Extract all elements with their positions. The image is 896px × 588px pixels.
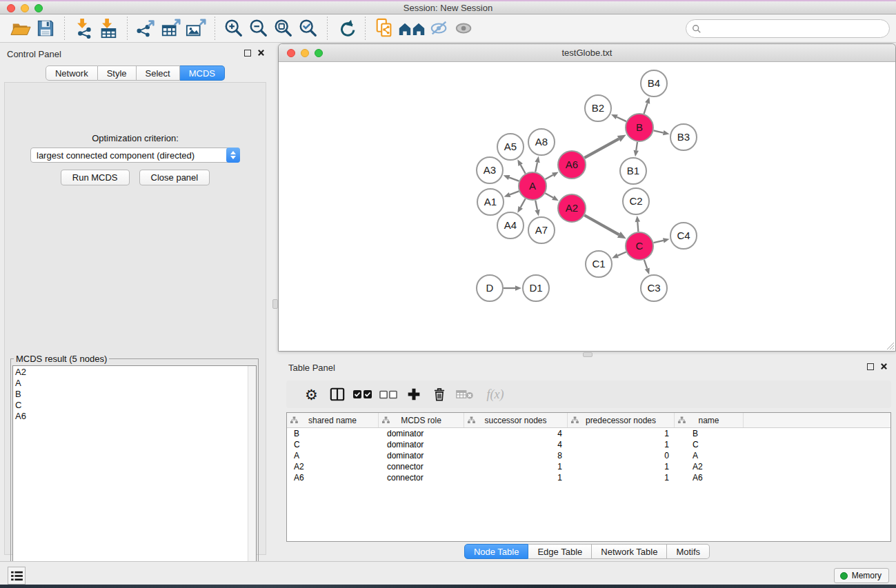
table-cell[interactable]: 1 [464, 472, 568, 483]
export-table-icon[interactable] [159, 17, 183, 40]
table-cell[interactable]: C [675, 439, 744, 450]
table-cell[interactable]: 1 [568, 461, 675, 472]
import-table-icon[interactable] [96, 17, 121, 40]
table-cell[interactable]: 4 [464, 428, 568, 439]
show-panels-icon[interactable] [452, 17, 477, 40]
table-cell[interactable]: connector [379, 461, 464, 472]
function-builder-icon[interactable]: f(x) [477, 384, 513, 405]
node-label-B3: B3 [677, 131, 690, 143]
split-divider-handle[interactable] [583, 352, 593, 357]
window-title: Session: New Session [0, 3, 896, 13]
column-header-shared-name[interactable]: shared name [287, 413, 379, 427]
column-header-predecessor-nodes[interactable]: predecessor nodes [568, 413, 675, 427]
table-cell[interactable]: C [287, 439, 379, 450]
table-cell[interactable]: 1 [568, 472, 675, 483]
result-item[interactable]: A [15, 378, 256, 389]
table-cell[interactable]: B [287, 428, 379, 439]
tab-node-table[interactable]: Node Table [464, 544, 529, 559]
result-item[interactable]: B [15, 389, 256, 400]
table-cell[interactable]: dominator [379, 428, 464, 439]
column-header-successor-nodes[interactable]: successor nodes [464, 413, 568, 427]
column-header-MCDS-role[interactable]: MCDS role [379, 413, 464, 427]
delete-table-icon[interactable] [452, 384, 477, 405]
tab-mcds[interactable]: MCDS [180, 65, 225, 81]
table-row[interactable]: A6connector11A6 [287, 472, 890, 483]
open-session-icon[interactable] [8, 17, 33, 40]
deselect-all-checkboxes-icon[interactable] [375, 384, 401, 405]
result-scrollbar[interactable] [248, 366, 256, 587]
search-field[interactable] [686, 19, 890, 38]
table-row[interactable]: Adominator80A [287, 450, 890, 461]
table-cell[interactable]: connector [379, 472, 464, 483]
table-header-row: shared nameMCDS rolesuccessor nodesprede… [287, 413, 890, 428]
resize-grip-icon[interactable] [886, 341, 895, 350]
arrowhead-icon [635, 216, 640, 222]
tab-style[interactable]: Style [98, 65, 137, 81]
duplicate-network-icon[interactable] [372, 17, 397, 40]
table-cell[interactable]: 1 [568, 439, 675, 450]
add-column-icon[interactable] [401, 384, 426, 405]
import-network-icon[interactable] [71, 17, 96, 40]
table-cell[interactable]: A [287, 450, 379, 461]
export-image-icon[interactable] [183, 17, 208, 40]
table-cell[interactable]: A6 [675, 472, 744, 483]
table-cell[interactable]: A2 [675, 461, 744, 472]
zoom-in-icon[interactable] [221, 17, 246, 40]
criterion-dropdown[interactable]: largest connected component (directed) [30, 148, 240, 163]
table-cell[interactable]: 0 [568, 450, 675, 461]
zoom-fit-icon[interactable] [271, 17, 296, 40]
split-divider-handle[interactable] [272, 299, 278, 309]
node-label-C: C [636, 240, 644, 252]
mcds-result-list[interactable]: A2ABCA6 [12, 365, 257, 587]
table-cell[interactable]: A6 [287, 472, 379, 483]
save-session-icon[interactable] [33, 17, 58, 40]
tab-select[interactable]: Select [137, 65, 180, 81]
refresh-view-icon[interactable] [334, 17, 359, 40]
table-cell[interactable]: dominator [379, 450, 464, 461]
table-row[interactable]: A2connector11A2 [287, 461, 890, 472]
float-panel-icon[interactable] [244, 50, 251, 57]
table-cell[interactable]: 8 [464, 450, 568, 461]
result-item[interactable]: A2 [15, 367, 256, 378]
result-item[interactable]: C [15, 400, 256, 411]
edge-A-A8 [535, 162, 537, 172]
settings-gear-icon[interactable]: ⚙ [299, 384, 324, 405]
close-panel-button[interactable]: Close panel [139, 170, 210, 185]
table-cell[interactable]: A [675, 450, 744, 461]
column-header-name[interactable]: name [675, 413, 744, 427]
tab-motifs[interactable]: Motifs [667, 544, 710, 559]
column-type-icon [290, 416, 298, 424]
export-network-icon[interactable] [134, 17, 159, 40]
table-row[interactable]: Bdominator41B [287, 428, 890, 439]
float-panel-icon[interactable] [867, 363, 874, 370]
close-panel-icon[interactable] [880, 363, 888, 370]
network-window-titlebar[interactable]: testGlobe.txt [279, 44, 895, 62]
table-cell[interactable]: 4 [464, 439, 568, 450]
column-visibility-icon[interactable] [324, 384, 350, 405]
zoom-selected-icon[interactable] [296, 17, 321, 40]
home-icon[interactable] [397, 17, 427, 40]
select-all-checkboxes-icon[interactable] [350, 384, 375, 405]
network-canvas[interactable]: B4B2BB3A8A5A6A3B1AA1C2A2A4A7C4CC1C3DD1 [279, 62, 895, 351]
hide-panels-icon[interactable] [427, 17, 452, 40]
task-history-button[interactable] [8, 567, 26, 585]
table-row[interactable]: Cdominator41C [287, 439, 890, 450]
close-panel-icon[interactable] [257, 49, 265, 57]
table-cell[interactable]: B [675, 428, 744, 439]
tab-network-table[interactable]: Network Table [592, 544, 667, 559]
tab-network[interactable]: Network [46, 65, 98, 81]
node-label-C2: C2 [629, 195, 642, 207]
search-input[interactable] [701, 23, 889, 34]
node-label-A1: A1 [484, 196, 497, 207]
table-cell[interactable]: 1 [464, 461, 568, 472]
run-mcds-button[interactable]: Run MCDS [61, 170, 130, 185]
edge-A-A7 [535, 201, 537, 210]
memory-button[interactable]: Memory [834, 568, 889, 583]
tab-edge-table[interactable]: Edge Table [528, 544, 592, 559]
zoom-out-icon[interactable] [246, 17, 271, 40]
table-cell[interactable]: dominator [379, 439, 464, 450]
result-item[interactable]: A6 [15, 411, 256, 422]
table-cell[interactable]: A2 [287, 461, 379, 472]
table-cell[interactable]: 1 [568, 428, 675, 439]
delete-column-icon[interactable] [426, 384, 452, 405]
